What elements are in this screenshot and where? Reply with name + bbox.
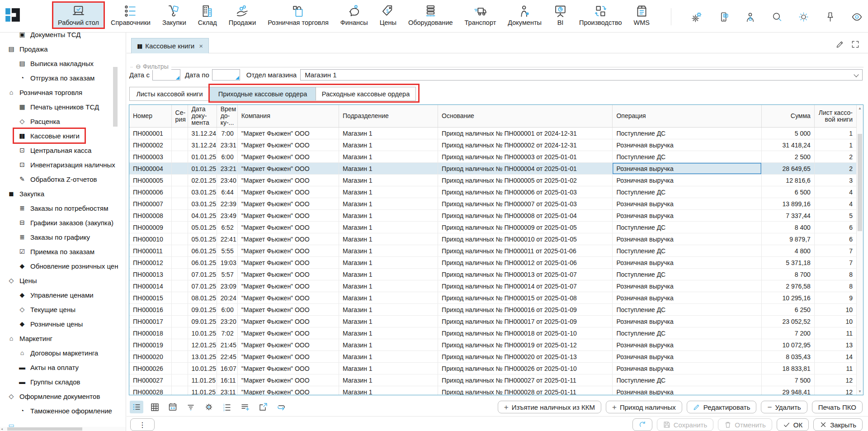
cell-number[interactable]: ПН000011 <box>129 245 171 257</box>
cell-doc_date[interactable]: 31.12.24 <box>188 128 217 139</box>
cell-department[interactable]: Магазин 1 <box>339 304 438 316</box>
cell-company[interactable]: "Маркет Фьюжен" ООО <box>237 222 339 233</box>
cell-basis[interactable]: Приход наличных № ПН000005 от 2025-01-02 <box>438 175 613 186</box>
cell-company[interactable]: "Маркет Фьюжен" ООО <box>237 304 339 316</box>
close-button[interactable]: Закрыть <box>813 418 863 431</box>
cell-number[interactable]: ПН000028 <box>129 386 171 395</box>
cell-doc_date[interactable]: 31.12.24 <box>188 139 217 151</box>
cell-operation[interactable]: Розничная выручка <box>613 198 761 210</box>
table-row[interactable]: ПН00001810.01.257:02"Маркет Фьюжен" ОООМ… <box>129 327 857 339</box>
table-row[interactable]: ПН00001307.01.255:57"Маркет Фьюжен" ОООМ… <box>129 269 857 280</box>
cell-doc_date[interactable]: 09.01.25 <box>188 316 217 327</box>
cell-number[interactable]: ПН000027 <box>129 374 171 386</box>
cell-department[interactable]: Магазин 1 <box>339 198 438 210</box>
cell-company[interactable]: "Маркет Фьюжен" ООО <box>237 151 339 163</box>
cell-number[interactable]: ПН000008 <box>129 210 171 222</box>
export-icon[interactable] <box>256 401 270 413</box>
cell-doc_time[interactable]: 23:49 <box>217 210 237 222</box>
topbar-item-retail[interactable]: Розничная торговля <box>263 2 333 28</box>
cell-company[interactable]: "Маркет Фьюжен" ООО <box>237 233 339 245</box>
save-button[interactable]: Сохранить <box>657 418 714 431</box>
cell-series[interactable] <box>171 175 188 186</box>
cell-doc_date[interactable]: 03.01.25 <box>188 186 217 198</box>
cell-number[interactable]: ПН000007 <box>129 198 171 210</box>
cell-number[interactable]: ПН000013 <box>129 269 171 280</box>
cell-department[interactable]: Магазин 1 <box>339 128 438 139</box>
cell-amount[interactable]: 7 337,44 <box>761 210 814 222</box>
cell-doc_time[interactable]: 22:41 <box>217 233 237 245</box>
cell-department[interactable]: Магазин 1 <box>339 139 438 151</box>
table-row[interactable]: ПН00000603.01.256:44"Маркет Фьюжен" ОООМ… <box>129 186 857 198</box>
sidebar-item[interactable]: ◇Расценка <box>0 114 126 128</box>
cell-operation[interactable]: Розничная выручка <box>613 363 761 374</box>
topbar-item-transport[interactable]: Транспорт <box>460 2 501 28</box>
sidebar-item[interactable]: ◼Закупка <box>0 186 126 201</box>
cell-series[interactable] <box>171 186 188 198</box>
loop-icon[interactable] <box>274 401 288 413</box>
cell-company[interactable]: "Маркет Фьюжен" ООО <box>237 280 339 292</box>
cell-operation[interactable]: Розничная выручка <box>613 139 761 151</box>
table-row[interactable]: ПН00000231.12.2423:31"Маркет Фьюжен" ООО… <box>129 139 857 151</box>
sidebar-item[interactable]: ▬Акты на оплату <box>0 360 126 374</box>
cell-amount[interactable]: 10 295,16 <box>761 292 814 304</box>
cash-withdrawal-button[interactable]: +Изъятие наличных из ККМ <box>498 401 601 413</box>
eye-icon[interactable] <box>851 11 863 23</box>
cell-number[interactable]: ПН000009 <box>129 222 171 233</box>
cell-doc_time[interactable]: 6:00 <box>217 304 237 316</box>
cell-sheet[interactable]: 2 <box>814 151 856 163</box>
cell-basis[interactable]: Приход наличных № ПН000001 от 2024-12-31 <box>438 128 613 139</box>
cell-number[interactable]: ПН000005 <box>129 175 171 186</box>
cell-doc_time[interactable]: 21:45 <box>217 339 237 351</box>
tab-cash-books[interactable]: ▮▮ Кассовые книги × <box>131 38 209 53</box>
table-row[interactable]: ПН00002711.01.2516:11"Маркет Фьюжен" ООО… <box>129 374 857 386</box>
cell-company[interactable]: "Маркет Фьюжен" ООО <box>237 327 339 339</box>
table-row[interactable]: ПН00000905.01.256:52"Маркет Фьюжен" ОООМ… <box>129 222 857 233</box>
cell-doc_time[interactable]: 23:40 <box>217 175 237 186</box>
cell-operation[interactable]: Розничная выручка <box>613 386 761 395</box>
list-view-icon[interactable] <box>130 401 143 413</box>
sidebar-item[interactable]: ⊡Центральная касса <box>0 143 126 157</box>
cell-department[interactable]: Магазин 1 <box>339 186 438 198</box>
cell-sheet[interactable]: 7 <box>814 245 856 257</box>
sidebar-item[interactable]: ⌂Договоры маркетинга <box>0 346 126 360</box>
calendar-plus-icon[interactable] <box>166 401 179 413</box>
cell-department[interactable]: Магазин 1 <box>339 386 438 395</box>
pin-icon[interactable] <box>825 11 836 23</box>
cell-operation[interactable]: Розничная выручка <box>613 316 761 327</box>
cell-sheet[interactable]: 8 <box>814 280 856 292</box>
cell-doc_time[interactable]: 23:20 <box>217 316 237 327</box>
cell-operation[interactable]: Розничная выручка <box>613 292 761 304</box>
cell-amount[interactable]: 23 052,52 <box>761 316 814 327</box>
table-row[interactable]: ПН00000703.01.2522:39"Маркет Фьюжен" ООО… <box>129 198 857 210</box>
sidebar-item[interactable]: ◇Текущие цены <box>0 302 126 317</box>
cell-sheet[interactable]: 13 <box>814 339 856 351</box>
cell-basis[interactable]: Приход наличных № ПН000011 от 2025-01-06 <box>438 245 613 257</box>
cell-sheet[interactable]: 4 <box>814 198 856 210</box>
table-row[interactable]: ПН00001609.01.256:00"Маркет Фьюжен" ОООМ… <box>129 304 857 316</box>
cell-sheet[interactable]: 14 <box>814 351 856 363</box>
cell-operation[interactable]: Поступление ДС <box>613 269 761 280</box>
cell-department[interactable]: Магазин 1 <box>339 374 438 386</box>
cell-department[interactable]: Магазин 1 <box>339 316 438 327</box>
cell-department[interactable]: Магазин 1 <box>339 257 438 269</box>
cell-company[interactable]: "Маркет Фьюжен" ООО <box>237 175 339 186</box>
cell-amount[interactable]: 5 000 <box>761 128 814 139</box>
cell-number[interactable]: ПН000004 <box>129 163 171 175</box>
cell-department[interactable]: Магазин 1 <box>339 327 438 339</box>
cell-amount[interactable]: 13 899,16 <box>761 198 814 210</box>
cell-amount[interactable]: 18 833,81 <box>761 363 814 374</box>
cell-department[interactable]: Магазин 1 <box>339 280 438 292</box>
cell-operation[interactable]: Поступление ДС <box>613 374 761 386</box>
cell-amount[interactable]: 7 200 <box>761 327 814 339</box>
cell-doc_date[interactable]: 02.01.25 <box>188 175 217 186</box>
sidebar-item[interactable]: ▣Документы ТСД <box>0 33 126 42</box>
cell-series[interactable] <box>171 280 188 292</box>
cell-number[interactable]: ПН000018 <box>129 327 171 339</box>
cell-doc_date[interactable]: 11.01.25 <box>188 374 217 386</box>
delete-button[interactable]: −Удалить <box>761 401 807 413</box>
topbar-item-sales[interactable]: Продажи <box>224 2 261 28</box>
cell-sheet[interactable]: 6 <box>814 222 856 233</box>
cell-number[interactable]: ПН000006 <box>129 186 171 198</box>
cell-amount[interactable]: 8 700 <box>761 269 814 280</box>
cell-amount[interactable]: 2 976,58 <box>761 280 814 292</box>
